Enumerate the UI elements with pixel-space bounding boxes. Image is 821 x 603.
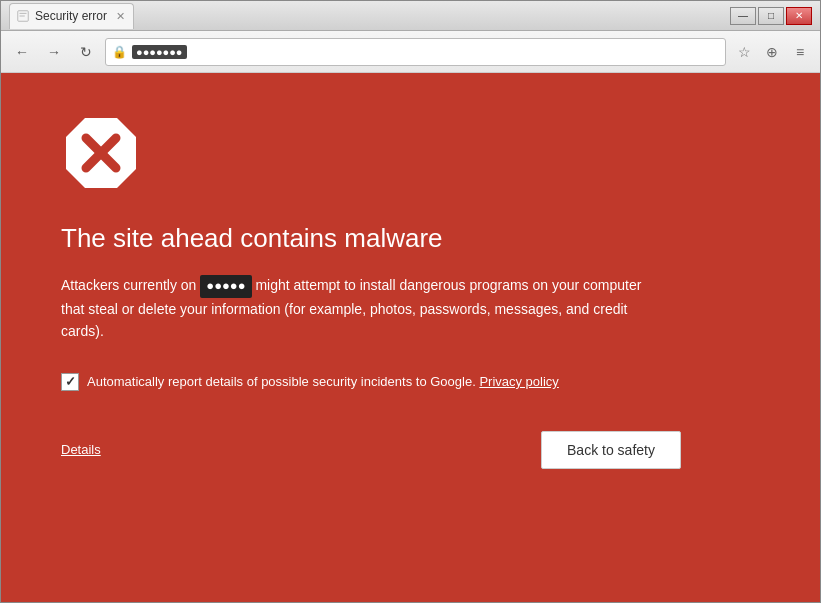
tab-title: Security error: [35, 9, 107, 23]
error-description: Attackers currently on ●●●●● might attem…: [61, 274, 661, 343]
malware-warning-icon: [61, 113, 141, 193]
checkmark-icon: ✓: [65, 374, 76, 389]
back-button[interactable]: ←: [9, 39, 35, 65]
nav-extra-icon[interactable]: ⊕: [760, 40, 784, 64]
nav-right-controls: ☆ ⊕ ≡: [732, 40, 812, 64]
description-before: Attackers currently on: [61, 277, 200, 293]
address-url: ●●●●●●●: [132, 45, 187, 59]
security-error-page: The site ahead contains malware Attacker…: [1, 73, 820, 602]
browser-window: Security error ✕ — □ ✕ ← → ↻ 🔒 ●●●●●●● ☆…: [0, 0, 821, 603]
bookmark-star-icon[interactable]: ☆: [732, 40, 756, 64]
close-button[interactable]: ✕: [786, 7, 812, 25]
browser-tab[interactable]: Security error ✕: [9, 3, 134, 29]
title-bar-left: Security error ✕: [9, 3, 730, 29]
tab-icon: [16, 9, 30, 23]
maximize-button[interactable]: □: [758, 7, 784, 25]
title-bar: Security error ✕ — □ ✕: [1, 1, 820, 31]
action-row: Details Back to safety: [61, 431, 681, 469]
report-row: ✓ Automatically report details of possib…: [61, 373, 760, 391]
address-lock-icon: 🔒: [112, 45, 127, 59]
reload-button[interactable]: ↻: [73, 39, 99, 65]
privacy-policy-link[interactable]: Privacy policy: [479, 374, 558, 389]
navigation-bar: ← → ↻ 🔒 ●●●●●●● ☆ ⊕ ≡: [1, 31, 820, 73]
blocked-url: ●●●●●: [200, 275, 251, 298]
nav-menu-icon[interactable]: ≡: [788, 40, 812, 64]
report-text-content: Automatically report details of possible…: [87, 374, 476, 389]
report-label: Automatically report details of possible…: [87, 374, 559, 389]
forward-button[interactable]: →: [41, 39, 67, 65]
tab-close-button[interactable]: ✕: [116, 10, 125, 23]
window-controls: — □ ✕: [730, 7, 812, 25]
address-bar[interactable]: 🔒 ●●●●●●●: [105, 38, 726, 66]
error-title: The site ahead contains malware: [61, 223, 760, 254]
back-to-safety-button[interactable]: Back to safety: [541, 431, 681, 469]
report-checkbox[interactable]: ✓: [61, 373, 79, 391]
details-link[interactable]: Details: [61, 442, 101, 457]
minimize-button[interactable]: —: [730, 7, 756, 25]
